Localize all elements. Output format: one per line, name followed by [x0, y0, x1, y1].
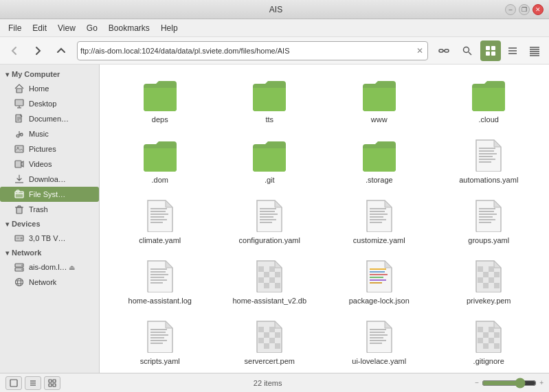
svg-rect-5 — [486, 46, 490, 50]
file-item[interactable]: www — [327, 73, 432, 128]
file-item[interactable]: .gitignore — [437, 314, 541, 369]
maximize-button[interactable]: ❐ — [519, 4, 530, 15]
file-name-label: .cloud — [479, 115, 499, 124]
svg-point-25 — [16, 135, 19, 137]
svg-rect-135 — [483, 343, 489, 349]
section-label: Network — [12, 249, 41, 257]
link-icon — [438, 45, 449, 56]
svg-rect-107 — [483, 283, 489, 288]
sidebar-section-network[interactable]: ▾ Network — [0, 246, 99, 260]
menubar-item-view[interactable]: View — [52, 21, 81, 35]
statusbar-btn-1[interactable] — [5, 376, 22, 390]
file-item[interactable]: .storage — [327, 133, 432, 188]
file-item[interactable]: automations.yaml — [437, 133, 541, 188]
file-name-label: package-lock.json — [349, 297, 410, 305]
sidebar-item-pictures[interactable]: Pictures — [0, 141, 99, 157]
svg-rect-105 — [478, 277, 483, 283]
svg-rect-88 — [269, 266, 275, 272]
file-item[interactable]: servercert.pem — [218, 314, 322, 369]
file-item[interactable]: home-assistant.log — [108, 254, 212, 309]
sidebar-item-label: Documen… — [29, 115, 69, 123]
sidebar-item-drive[interactable]: 3,0 TB V… — [0, 231, 99, 246]
search-button[interactable] — [457, 41, 478, 61]
file-item[interactable]: .cloud — [437, 73, 541, 128]
sidebar-item-documents[interactable]: Documen… — [0, 111, 99, 126]
up-button[interactable] — [51, 41, 71, 61]
sidebar-section-my-computer[interactable]: ▾ My Computer — [0, 67, 99, 81]
svg-rect-121 — [264, 343, 269, 349]
svg-rect-132 — [494, 332, 500, 338]
file-item[interactable]: .git — [218, 133, 322, 188]
sidebar-item-home[interactable]: Home — [0, 81, 99, 96]
file-name-label: ui-lovelace.yaml — [352, 357, 406, 365]
sidebar-item-label: Downloa… — [29, 175, 66, 183]
folder-icon — [361, 77, 397, 113]
svg-rect-142 — [53, 380, 56, 382]
file-item[interactable]: groups.yaml — [437, 194, 541, 249]
menubar-item-help[interactable]: Help — [155, 21, 183, 35]
file-item[interactable]: tts — [218, 73, 322, 128]
svg-rect-102 — [489, 266, 494, 272]
file-item[interactable]: privekey.pem — [437, 254, 541, 309]
sidebar-item-ais-dom[interactable]: ais-dom.l… ⏏ — [0, 260, 99, 275]
documents-icon — [14, 113, 25, 124]
view-compact-button[interactable] — [524, 41, 545, 61]
sidebar-item-downloads[interactable]: Downloa… — [0, 172, 99, 187]
file-item[interactable]: scripts.yaml — [108, 314, 212, 369]
sidebar-item-videos[interactable]: Videos — [0, 157, 99, 172]
zoom-slider[interactable] — [482, 378, 537, 389]
menubar-item-edit[interactable]: Edit — [27, 21, 52, 35]
sidebar-item-trash[interactable]: Trash — [0, 202, 99, 217]
link-button[interactable] — [434, 41, 454, 61]
file-item[interactable]: climate.yaml — [108, 194, 212, 249]
file-item[interactable]: package-lock.json — [327, 254, 432, 309]
home-icon — [14, 83, 25, 94]
sidebar-item-music[interactable]: Music — [0, 126, 99, 141]
address-input[interactable] — [80, 47, 415, 55]
svg-rect-17 — [16, 89, 22, 93]
svg-rect-35 — [16, 207, 22, 214]
statusbar-btn-3[interactable] — [44, 376, 60, 390]
minimize-button[interactable]: – — [505, 4, 516, 15]
svg-rect-133 — [478, 338, 483, 343]
document-icon — [142, 198, 178, 233]
statusbar-btn-2[interactable] — [25, 376, 41, 390]
sidebar-item-desktop[interactable]: Desktop — [0, 96, 99, 111]
svg-point-3 — [464, 47, 469, 52]
sidebar: ▾ My Computer Home Desktop Documen… Mu — [0, 65, 100, 373]
svg-rect-130 — [489, 327, 494, 332]
file-name-label: servercert.pem — [245, 357, 295, 365]
svg-rect-87 — [258, 266, 264, 272]
close-button[interactable]: ✕ — [533, 4, 544, 15]
menubar-item-go[interactable]: Go — [81, 21, 103, 35]
file-name-label: .gitignore — [473, 357, 504, 365]
file-item[interactable]: deps — [108, 73, 212, 128]
back-button[interactable] — [4, 41, 25, 61]
folder-icon — [361, 137, 397, 173]
file-item[interactable]: home-assistant_v2.db — [218, 254, 322, 309]
file-name-label: .git — [265, 176, 275, 184]
file-item[interactable]: .dom — [108, 133, 212, 188]
sidebar-section-devices[interactable]: ▾ Devices — [0, 217, 99, 231]
sidebar-item-network[interactable]: Network — [0, 275, 99, 290]
menubar-item-bookmarks[interactable]: Bookmarks — [103, 21, 155, 35]
view-grid-button[interactable] — [480, 41, 501, 61]
toolbar: ✕ — [0, 37, 549, 65]
file-item[interactable]: ui-lovelace.yaml — [327, 314, 432, 369]
forward-button[interactable] — [27, 41, 48, 61]
address-clear-button[interactable]: ✕ — [415, 45, 425, 57]
file-area: deps tts www .cloud — [100, 65, 549, 373]
menubar: FileEditViewGoBookmarksHelp — [0, 19, 549, 37]
section-label: My Computer — [12, 70, 60, 78]
svg-rect-34 — [16, 190, 19, 192]
view-list-button[interactable] — [502, 41, 523, 61]
menubar-item-file[interactable]: File — [3, 21, 27, 35]
svg-rect-93 — [264, 283, 269, 288]
file-item[interactable]: configuration.yaml — [218, 194, 322, 249]
forward-icon — [33, 46, 43, 56]
svg-rect-18 — [15, 100, 23, 106]
svg-rect-122 — [275, 343, 280, 349]
file-item[interactable]: customize.yaml — [327, 194, 432, 249]
svg-rect-21 — [16, 115, 21, 122]
sidebar-item-filesystem[interactable]: File Syst… — [0, 187, 99, 202]
